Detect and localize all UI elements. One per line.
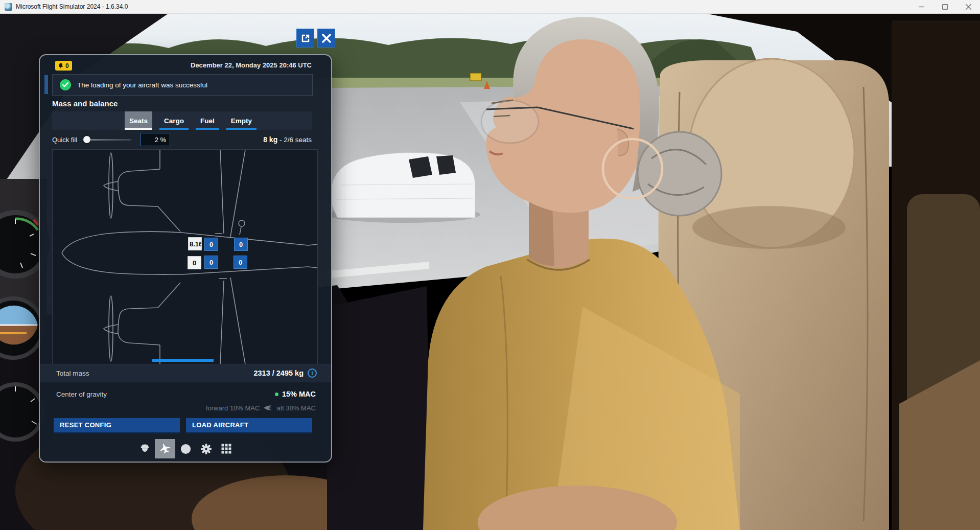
close-window-icon <box>966 4 971 10</box>
apps-grid-icon <box>221 444 231 454</box>
quick-fill-slider[interactable] <box>84 136 131 143</box>
tab-underline <box>159 128 189 130</box>
fill-summary-weight: 8 kg <box>263 135 277 144</box>
minimize-button[interactable] <box>909 0 933 13</box>
center-of-gravity-row: Center of gravity 15% MAC <box>40 387 331 401</box>
gauge-tab-button[interactable] <box>175 439 196 458</box>
notification-badge[interactable]: 0 <box>55 61 72 71</box>
slider-track <box>84 139 131 141</box>
fill-summary: 8 kg - 2/6 seats <box>263 135 312 144</box>
reset-config-button[interactable]: RESET CONFIG <box>54 418 180 433</box>
pilot-tab-button[interactable] <box>134 439 155 458</box>
sim-datetime: December 22, Monday 2025 20:46 UTC <box>191 61 312 69</box>
settings-tab-button[interactable] <box>196 439 216 458</box>
parked-aircraft <box>327 153 480 223</box>
panel-toolbar <box>40 439 331 459</box>
os-titlebar: Microsoft Flight Simulator 2024 - 1.6.34… <box>0 0 980 14</box>
close-panel-icon <box>322 34 331 43</box>
quick-fill-label: Quick fill <box>52 136 77 144</box>
bell-icon <box>58 63 63 68</box>
tab-underline <box>196 128 219 130</box>
tab-seats[interactable]: Seats <box>125 111 152 130</box>
seat-input-2[interactable]: 0 <box>204 238 218 251</box>
gear-icon <box>201 444 212 454</box>
tab-underline <box>125 128 152 130</box>
diagram-scrollbar[interactable] <box>152 359 214 362</box>
cog-label: Center of gravity <box>56 390 107 398</box>
app-title: Microsoft Flight Simulator 2024 - 1.6.34… <box>16 3 128 10</box>
notification-count: 0 <box>65 62 69 70</box>
seat-input-6[interactable]: 0 <box>234 256 247 269</box>
tab-fuel[interactable]: Fuel <box>196 111 219 130</box>
aircraft-diagram: 8.16 0 0 0 0 0 <box>52 149 318 365</box>
close-panel-button[interactable] <box>317 29 335 48</box>
app-icon <box>5 3 12 11</box>
total-mass-row: Total mass 2313 / 2495 kg i <box>40 364 331 382</box>
cog-range-row: forward 10% MAC aft 30% MAC <box>40 402 331 414</box>
pilot-icon <box>139 444 150 454</box>
seat-input-5[interactable]: 0 <box>204 256 218 269</box>
seat-input-1[interactable]: 8.16 <box>188 237 202 250</box>
quick-fill-row: Quick fill 8 kg - 2/6 seats <box>52 132 312 147</box>
toast-message: The loading of your aircraft was success… <box>77 81 207 89</box>
popout-panel-button[interactable] <box>296 29 314 48</box>
total-mass-label: Total mass <box>56 370 89 377</box>
load-aircraft-button[interactable]: LOAD AIRCRAFT <box>186 418 312 433</box>
tab-empty[interactable]: Empty <box>226 111 256 130</box>
tab-cargo[interactable]: Cargo <box>159 111 189 130</box>
aircraft-topview-drawing <box>53 150 317 364</box>
total-mass-value: 2313 / 2495 kg <box>253 369 304 377</box>
seat-input-3[interactable]: 0 <box>234 238 248 251</box>
success-toast: The loading of your aircraft was success… <box>52 74 313 96</box>
cog-aft-limit: aft 30% MAC <box>276 404 316 412</box>
cog-forward-limit: forward 10% MAC <box>206 404 260 412</box>
toast-accent-bar <box>44 75 48 94</box>
fill-summary-seats: - 2/6 seats <box>277 136 312 144</box>
popout-icon <box>301 34 310 43</box>
apps-grid-tab-button[interactable] <box>216 439 237 458</box>
minimize-icon <box>919 4 924 10</box>
tab-underline <box>226 128 256 130</box>
gauge-icon <box>180 444 191 454</box>
seat-input-4[interactable]: 0 <box>188 256 201 269</box>
aircraft-icon <box>159 443 171 454</box>
slider-thumb[interactable] <box>83 136 90 143</box>
aircraft-tab-button[interactable] <box>155 439 175 458</box>
success-check-icon <box>60 79 71 90</box>
close-window-button[interactable] <box>956 0 980 13</box>
maximize-button[interactable] <box>933 0 956 13</box>
cog-status-dot <box>275 393 278 396</box>
mass-balance-tabbar: Seats Cargo Fuel Empty <box>52 111 312 130</box>
cog-value: 15% MAC <box>282 390 316 398</box>
mass-and-balance-panel: 0 December 22, Monday 2025 20:46 UTC The… <box>39 54 332 463</box>
quick-fill-input[interactable] <box>141 133 170 146</box>
page-title: Mass and balance <box>52 99 118 108</box>
cog-aircraft-icon <box>264 404 272 411</box>
maximize-icon <box>942 4 948 10</box>
info-icon[interactable]: i <box>308 368 317 378</box>
